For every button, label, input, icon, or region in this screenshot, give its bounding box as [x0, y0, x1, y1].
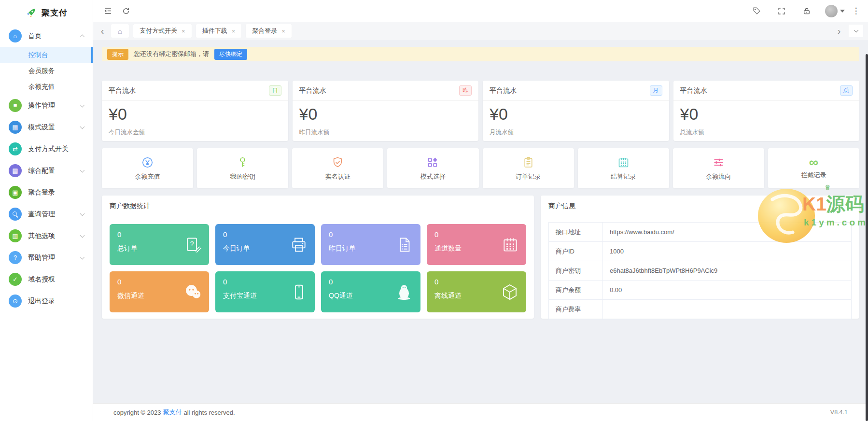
close-icon[interactable]: × — [182, 28, 185, 35]
bind-email-button[interactable]: 尽快绑定 — [214, 49, 247, 60]
calendar-icon — [617, 156, 630, 169]
day-badge: 日 — [269, 85, 281, 96]
merchant-id-value: 1000 — [603, 242, 624, 261]
table-row: 商户余额 0.00 — [549, 281, 851, 300]
doc-list-icon — [395, 236, 414, 254]
tabs-back-icon[interactable]: ‹ — [98, 26, 107, 36]
shortcut-settlement-records[interactable]: 结算记录 — [578, 148, 669, 188]
notice-message: 您还没有绑定密保邮箱，请 — [134, 50, 209, 58]
panels-row: 商户数据统计 0 总订单 ? — [102, 196, 859, 319]
config-icon: ▤ — [9, 164, 22, 177]
fullscreen-icon[interactable] — [775, 4, 788, 18]
help-icon: ? — [9, 251, 22, 264]
stat-card-today-orders: 0 今日订单 — [215, 224, 315, 265]
yen-circle-icon — [141, 156, 154, 169]
footer-brand-link[interactable]: 聚支付 — [163, 408, 182, 417]
sidebar-menu: ⌂ 首页 控制台 会员服务 余额充值 ≡ 操作管理 ▦ 模式设置 ⇄ 支付方式开… — [0, 22, 93, 421]
avatar — [825, 5, 838, 17]
tab-plugin-download[interactable]: 插件下载 × — [196, 24, 242, 38]
stat-card-alipay-channel: 0 支付宝通道 — [215, 271, 315, 312]
stat-card-qq-channel: 0 QQ通道 — [321, 271, 420, 312]
user-menu[interactable] — [825, 5, 845, 17]
window-edge-scrollbar[interactable] — [866, 54, 868, 421]
sidebar-item-console[interactable]: 控制台 — [0, 47, 93, 63]
grid-diamond-icon — [426, 156, 439, 169]
merchant-balance-value: 0.00 — [603, 281, 622, 299]
search-icon — [9, 208, 22, 221]
shortcut-my-key[interactable]: 我的密钥 — [197, 148, 288, 188]
shortcut-mode-select[interactable]: 模式选择 — [387, 148, 478, 188]
table-row: 商户ID 1000 — [549, 242, 851, 261]
tabs-forward-icon[interactable]: › — [835, 26, 843, 36]
merchant-rate-value — [603, 300, 610, 319]
sidebar-item-domain-auth[interactable]: ✓ 域名授权 — [0, 268, 93, 290]
footer: copyright © 2023 聚支付 all rights reserved… — [93, 403, 868, 421]
sidebar-item-other-options[interactable]: ▥ 其他选项 — [0, 225, 93, 247]
other-options-icon: ▥ — [9, 229, 22, 242]
stat-card-channel-count: 0 通道数量 — [427, 224, 526, 265]
table-row: 商户密钥 e6hat8aJ6tbhft8EbTpWPt8H6P9ACic9 — [549, 261, 851, 281]
merchant-stats-title: 商户数据统计 — [102, 196, 534, 217]
shortcut-order-records[interactable]: 订单记录 — [483, 148, 574, 188]
home-submenu: 控制台 会员服务 余额充值 — [0, 47, 93, 95]
sidebar-item-aggregate-login[interactable]: ▣ 聚合登录 — [0, 182, 93, 203]
cube-icon — [500, 282, 519, 302]
shortcut-real-name-auth[interactable]: 实名认证 — [292, 148, 383, 188]
sidebar-item-payment-switch[interactable]: ⇄ 支付方式开关 — [0, 138, 93, 160]
sidebar-item-logout[interactable]: ⊙ 退出登录 — [0, 290, 93, 312]
kebab-icon[interactable]: ⋮ — [852, 6, 860, 16]
flow-label: 昨日流水额 — [293, 124, 479, 141]
flow-label: 月流水额 — [483, 124, 669, 141]
caret-down-icon — [840, 10, 845, 13]
sidebar-item-balance-recharge[interactable]: 余额充值 — [0, 79, 93, 95]
shield-check-icon — [331, 156, 344, 169]
flow-value: ¥0 — [483, 101, 669, 124]
merchant-key-value: e6hat8aJ6tbhft8EbTpWPt8H6P9ACic9 — [603, 261, 717, 280]
yesterday-badge: 昨 — [459, 85, 472, 96]
close-icon[interactable]: × — [281, 28, 285, 35]
sidebar-item-help[interactable]: ? 帮助管理 — [0, 247, 93, 268]
calendar-icon — [501, 236, 519, 254]
flow-value: ¥0 — [102, 101, 288, 124]
total-badge: 总 — [840, 85, 853, 96]
smartphone-icon — [290, 283, 308, 301]
flow-cards-row: 平台流水日 ¥0 今日流水金额 平台流水昨 ¥0 昨日流水额 平台流水月 ¥0 … — [102, 81, 859, 141]
clipboard-icon — [522, 156, 535, 169]
tab-aggregate-login[interactable]: 聚合登录 × — [246, 24, 292, 38]
sidebar-item-config[interactable]: ▤ 综合配置 — [0, 160, 93, 182]
chevron-down-icon — [80, 211, 85, 216]
chevron-down-icon — [80, 168, 85, 172]
sidebar-item-query[interactable]: 查询管理 — [0, 203, 93, 225]
tag-icon[interactable] — [750, 4, 763, 18]
notice-banner: 提示 您还没有绑定密保邮箱，请 尽快绑定 — [102, 47, 859, 61]
sidebar-item-home[interactable]: ⌂ 首页 — [0, 25, 93, 47]
shortcut-balance-flow[interactable]: 余额流向 — [673, 148, 764, 188]
collapse-icon[interactable] — [101, 4, 114, 18]
refresh-icon[interactable] — [119, 4, 133, 18]
key-icon — [236, 156, 249, 169]
merchant-stats-grid: 0 总订单 ? 0 今日订单 — [102, 217, 534, 319]
shortcut-balance-recharge[interactable]: 余额充值 — [102, 148, 193, 188]
table-row: 商户费率 — [549, 300, 851, 319]
close-icon[interactable]: × — [232, 28, 236, 35]
merchant-info-panel: 商户信息 接口地址 https://www.baidu.com/ 商户ID 10… — [541, 196, 859, 319]
shortcut-intercept-records[interactable]: ∞ 拦截记录 — [768, 148, 859, 188]
api-url-value: https://www.baidu.com/ — [603, 223, 674, 241]
tab-payment-switch[interactable]: 支付方式开关 × — [133, 24, 192, 38]
sidebar-item-mode-settings[interactable]: ▦ 模式设置 — [0, 116, 93, 138]
chevron-down-icon — [80, 124, 85, 129]
sidebar: 聚支付 ⌂ 首页 控制台 会员服务 余额充值 ≡ 操作管理 ▦ 模式设置 ⇄ 支… — [0, 0, 93, 421]
flow-card-daily: 平台流水日 ¥0 今日流水金额 — [102, 81, 288, 141]
domain-auth-icon: ✓ — [9, 273, 22, 286]
order-doc-icon: ? — [184, 236, 202, 254]
sidebar-item-operations[interactable]: ≡ 操作管理 — [0, 95, 93, 116]
sidebar-item-member-service[interactable]: 会员服务 — [0, 63, 93, 79]
flow-card-total: 平台流水总 ¥0 总流水额 — [673, 81, 860, 141]
tab-home[interactable]: ⌂ — [111, 24, 129, 38]
tabs-dropdown-button[interactable] — [849, 25, 863, 37]
app-logo[interactable]: 聚支付 — [0, 0, 93, 22]
chevron-down-icon — [80, 254, 85, 259]
lock-icon[interactable] — [800, 4, 813, 18]
home-icon: ⌂ — [9, 29, 22, 42]
merchant-info-title: 商户信息 — [541, 196, 859, 217]
